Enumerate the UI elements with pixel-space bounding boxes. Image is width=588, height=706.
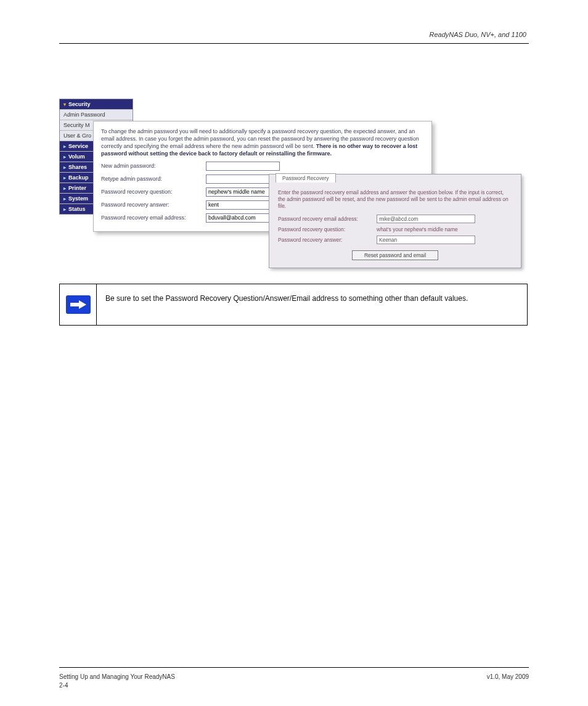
recov-answer-label: Password recovery answer: — [278, 237, 377, 243]
new-password-input[interactable] — [206, 162, 280, 171]
reset-password-button[interactable]: Reset password and email — [352, 250, 438, 260]
footer-version: v1.0, May 2009 — [487, 673, 529, 680]
running-header: ReadyNAS Duo, NV+, and 1100 — [430, 31, 526, 38]
sidebar-label: Status — [68, 206, 86, 212]
note-icon-cell — [60, 284, 97, 325]
chevron-right-icon: ▸ — [63, 144, 66, 149]
chevron-right-icon: ▸ — [63, 196, 66, 202]
recov-question-label: Password recovery question: — [278, 226, 377, 232]
sidebar-title: Security — [68, 101, 91, 107]
arrow-right-icon — [66, 295, 91, 314]
chevron-right-icon: ▸ — [63, 175, 66, 181]
recov-email-input[interactable] — [377, 215, 475, 223]
recov-answer-input[interactable] — [377, 236, 475, 244]
recovery-email-label: Password recovery email address: — [101, 215, 206, 221]
chevron-down-icon: ▾ — [63, 102, 66, 107]
note-box: Be sure to set the Password Recovery Que… — [59, 284, 528, 326]
page-number: 2-4 — [59, 682, 68, 689]
chevron-right-icon: ▸ — [63, 154, 66, 160]
password-recovery-tab[interactable]: Password Recovery — [276, 173, 336, 183]
recov-email-label: Password recovery email address: — [278, 216, 377, 222]
sidebar-label: Shares — [68, 164, 87, 170]
recovery-question-label: Password recovery question: — [101, 189, 206, 195]
recovery-intro-text: Enter the password recovery email addres… — [278, 189, 512, 210]
note-text: Be sure to set the Password Recovery Que… — [97, 284, 527, 325]
sidebar-header-security[interactable]: ▾Security — [60, 99, 133, 109]
chevron-right-icon: ▸ — [63, 165, 66, 170]
footer-chapter: Setting Up and Managing Your ReadyNAS — [59, 673, 175, 680]
retype-password-label: Retype admin password: — [101, 176, 206, 182]
chevron-right-icon: ▸ — [63, 207, 66, 212]
chevron-right-icon: ▸ — [63, 186, 66, 191]
admin-intro-text: To change the admin password you will ne… — [101, 128, 424, 158]
new-password-label: New admin password: — [101, 163, 206, 169]
password-recovery-dialog: Password Recovery Enter the password rec… — [269, 174, 521, 268]
sidebar-label: System — [68, 195, 88, 202]
sidebar-label: Backup — [68, 174, 89, 181]
recovery-answer-label: Password recovery answer: — [101, 202, 206, 208]
sidebar-item-admin-password[interactable]: Admin Password — [60, 109, 133, 120]
sidebar-label: Service — [68, 143, 88, 149]
recov-question-value: what's your nephew's middle name — [377, 226, 458, 232]
top-rule — [59, 43, 529, 44]
screenshot-composite: ▾Security Admin Password Security M User… — [59, 99, 528, 259]
bottom-rule — [59, 667, 529, 668]
sidebar-label: Printer — [68, 185, 86, 191]
sidebar-label: Volum — [68, 154, 85, 160]
